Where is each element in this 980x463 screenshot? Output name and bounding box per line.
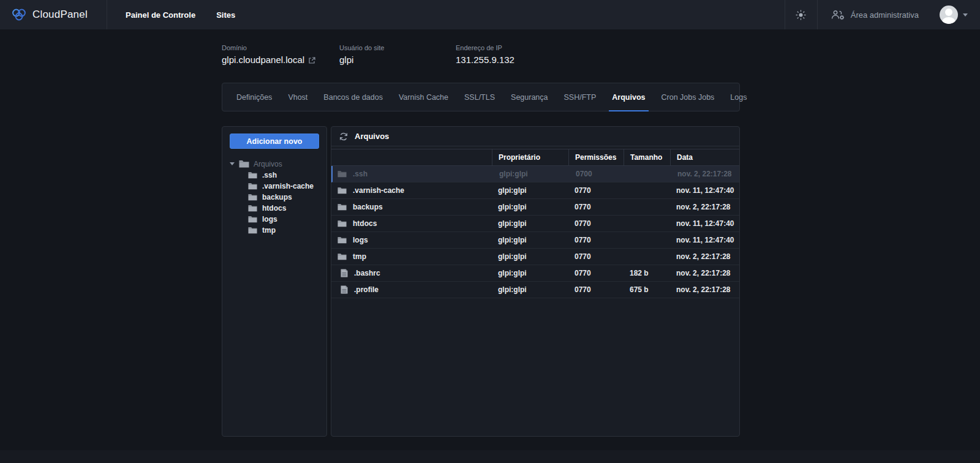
brand-logo[interactable]: CloudPanel (0, 0, 107, 29)
tree-item-tmp[interactable]: tmp (248, 225, 319, 236)
user-menu-button[interactable] (932, 0, 980, 29)
tab-ssh-ftp[interactable]: SSH/FTP (556, 83, 605, 111)
file-name-cell: htdocs (331, 219, 492, 228)
file-owner-cell: glpi:glpi (492, 186, 568, 195)
file-owner-cell: glpi:glpi (492, 203, 568, 211)
file-date-cell: nov. 11, 12:47:40 (670, 236, 739, 244)
site-user-label: Usuário do site (339, 44, 456, 51)
cloud-logo-icon (11, 8, 27, 21)
file-permissions-cell: 0770 (568, 269, 624, 277)
tree-item-varnish-cache[interactable]: .varnish-cache (248, 181, 319, 192)
files-table-header: ProprietárioPermissõesTamanhoData (331, 149, 739, 166)
domain-value: glpi.cloudpanel.local (222, 55, 304, 65)
file-name-cell: backups (331, 203, 492, 211)
tree-item-label: .varnish-cache (262, 182, 314, 190)
nav-link-painel-de-controle[interactable]: Painel de Controle (126, 10, 195, 20)
domain-label: Domínio (222, 44, 339, 51)
folder-icon (248, 194, 257, 201)
file-owner-cell: glpi:glpi (492, 269, 568, 277)
files-panel-header: Arquivos (331, 127, 739, 146)
files-panel: Arquivos ProprietárioPermissõesTamanhoDa… (331, 126, 740, 437)
tab-ssl-tls[interactable]: SSL/TLS (456, 83, 503, 111)
file-permissions-cell: 0770 (568, 186, 624, 195)
file-permissions-cell: 0770 (568, 203, 624, 211)
folder-icon (248, 216, 257, 223)
folder-icon (337, 236, 347, 244)
tree-root-arquivos[interactable]: Arquivos (230, 158, 319, 170)
add-new-button[interactable]: Adicionar novo (230, 134, 319, 149)
ip-value: 131.255.9.132 (456, 55, 514, 65)
file-row-backups[interactable]: backups glpi:glpi 0770 nov. 2, 22:17:28 (331, 199, 739, 216)
theme-toggle-button[interactable] (785, 0, 817, 29)
folder-icon (248, 171, 257, 179)
folder-icon (248, 183, 257, 190)
file-name-cell: logs (331, 236, 492, 244)
column-header-data: Data (670, 149, 739, 165)
folder-icon (337, 253, 347, 260)
file-permissions-cell: 0770 (568, 285, 624, 294)
tab-vhost[interactable]: Vhost (280, 83, 315, 111)
file-row-tmp[interactable]: tmp glpi:glpi 0770 nov. 2, 22:17:28 (331, 249, 739, 265)
tree-root-label: Arquivos (254, 160, 282, 168)
site-tabs: DefiniçõesVhostBancos de dadosVarnish Ca… (222, 83, 740, 111)
tree-item-htdocs[interactable]: htdocs (248, 203, 319, 214)
file-owner-cell: glpi:glpi (492, 219, 568, 228)
file-date-cell: nov. 2, 22:17:28 (671, 170, 739, 178)
file-row-logs[interactable]: logs glpi:glpi 0770 nov. 11, 12:47:40 (331, 232, 739, 249)
tab-arquivos[interactable]: Arquivos (604, 83, 653, 111)
file-name: .bashrc (354, 269, 380, 277)
file-size-cell: 182 b (624, 269, 670, 277)
file-row-htdocs[interactable]: htdocs glpi:glpi 0770 nov. 11, 12:47:40 (331, 216, 739, 232)
tree-item-backups[interactable]: backups (248, 192, 319, 203)
tree-item-logs[interactable]: logs (248, 214, 319, 225)
file-name: .ssh (353, 170, 368, 178)
refresh-icon[interactable] (339, 132, 348, 141)
file-permissions-cell: 0700 (570, 170, 625, 178)
tab-logs[interactable]: Logs (722, 83, 755, 111)
folder-icon (337, 170, 347, 178)
ip-field: Endereço de IP 131.255.9.132 (456, 44, 514, 65)
sun-icon (796, 10, 806, 20)
file-icon (337, 269, 348, 277)
external-link-icon[interactable] (309, 57, 315, 64)
user-avatar (940, 6, 958, 24)
file-name: htdocs (353, 219, 377, 228)
files-table-body: .ssh glpi:glpi 0700 nov. 2, 22:17:28 .va… (331, 166, 739, 298)
file-name: logs (353, 236, 368, 244)
tree-item-label: .ssh (262, 171, 277, 179)
folder-icon (239, 160, 249, 168)
file-tree: Arquivos .ssh .varnish-cache backups htd… (230, 158, 319, 236)
site-info: Domínio glpi.cloudpanel.local Usuário do… (222, 44, 514, 65)
file-owner-cell: glpi:glpi (493, 170, 570, 178)
files-table: ProprietárioPermissõesTamanhoData .ssh g… (331, 149, 739, 298)
admin-area-label: Área administrativa (851, 10, 919, 20)
column-header-tamanho: Tamanho (624, 149, 670, 165)
tab-bancos-de-dados[interactable]: Bancos de dados (315, 83, 391, 111)
nav-links: Painel de Controle Sites (107, 0, 235, 29)
tab-varnish-cache[interactable]: Varnish Cache (391, 83, 456, 111)
nav-link-sites[interactable]: Sites (216, 10, 235, 20)
file-row-varnish-cache[interactable]: .varnish-cache glpi:glpi 0770 nov. 11, 1… (331, 183, 739, 199)
chevron-down-icon (963, 13, 968, 17)
folder-icon (248, 205, 257, 212)
site-user-value: glpi (339, 55, 456, 65)
domain-field: Domínio glpi.cloudpanel.local (222, 44, 339, 65)
tree-children: .ssh .varnish-cache backups htdocs logs … (248, 170, 319, 236)
files-panel-title: Arquivos (355, 132, 389, 141)
admin-area-button[interactable]: Área administrativa (818, 0, 932, 29)
folder-icon (337, 203, 347, 211)
tab-cron-jobs-jobs[interactable]: Cron Jobs Jobs (654, 83, 723, 111)
file-row-bashrc[interactable]: .bashrc glpi:glpi 0770 182 b nov. 2, 22:… (331, 265, 739, 282)
tab-seguran-a[interactable]: Segurança (503, 83, 556, 111)
caret-down-icon (230, 162, 235, 165)
file-row-profile[interactable]: .profile glpi:glpi 0770 675 b nov. 2, 22… (331, 282, 739, 298)
file-date-cell: nov. 11, 12:47:40 (670, 186, 739, 195)
footer-strip (0, 450, 980, 463)
folder-icon (337, 187, 347, 194)
tree-item-label: tmp (262, 226, 276, 235)
tab-defini-es[interactable]: Definições (228, 83, 280, 111)
file-name-cell: tmp (331, 252, 492, 261)
file-row-ssh[interactable]: .ssh glpi:glpi 0700 nov. 2, 22:17:28 (331, 166, 739, 183)
tree-item-ssh[interactable]: .ssh (248, 170, 319, 181)
file-name-cell: .bashrc (331, 269, 492, 277)
